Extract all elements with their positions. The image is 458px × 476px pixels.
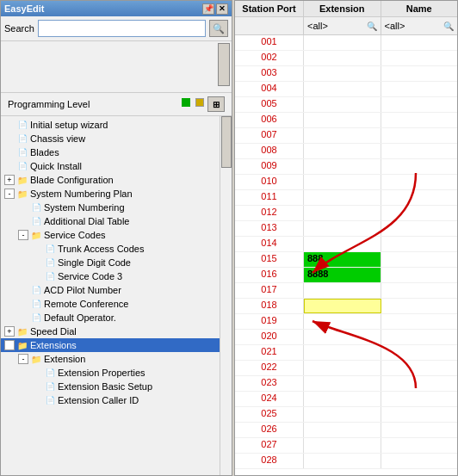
tree-item-additional-dial[interactable]: 📄Additional Dial Table [1,214,220,228]
cell-extension[interactable] [304,221,381,236]
table-row[interactable]: 006 [235,113,457,128]
tree-item-label: Extension [44,354,85,364]
filter-name-search[interactable]: 🔍 [442,19,455,33]
cell-extension[interactable]: 8888 [304,268,381,282]
tree-item-service-codes[interactable]: -📁Service Codes [1,228,220,242]
table-row[interactable]: 010 [235,175,457,190]
filter-ext-search[interactable]: 🔍 [365,19,379,33]
expand-icon[interactable]: + [4,326,15,337]
cell-extension[interactable] [304,113,381,127]
cell-extension[interactable] [304,283,381,298]
table-row[interactable]: 023 [235,376,457,392]
tree-scrollbar[interactable] [220,116,232,475]
table-row[interactable]: 028 [235,454,457,469]
cell-extension[interactable] [304,51,381,65]
table-row[interactable]: 011 [235,190,457,206]
tree-item-trunk-access[interactable]: 📄Trunk Access Codes [1,242,220,256]
table-row[interactable]: 024 [235,392,457,407]
table-row[interactable]: 0168888 [235,268,457,283]
search-input[interactable] [38,20,206,37]
table-row[interactable]: 015888 [235,252,457,268]
table-row[interactable]: 018 [235,299,457,314]
tree-item-system-numbering-plan[interactable]: -📁System Numbering Plan [1,187,220,201]
tree-scroll[interactable]: 📄Initial setup wizard📄Chassis view📄Blade… [1,116,220,475]
table-row[interactable]: 027 [235,438,457,454]
expand-icon[interactable]: + [4,175,15,185]
scrollbar-thumb[interactable] [218,43,230,86]
cell-extension[interactable] [304,330,381,344]
cell-extension[interactable] [304,376,381,391]
table-row[interactable]: 008 [235,144,457,159]
cell-name [381,392,458,406]
cell-extension[interactable] [304,66,381,81]
tree-scrollbar-thumb[interactable] [221,116,232,168]
cell-extension[interactable]: 888 [304,252,381,267]
cell-name [381,237,458,251]
table-row[interactable]: 025 [235,407,457,423]
cell-extension[interactable] [304,407,381,422]
tree-item-extension-properties[interactable]: 📄Extension Properties [1,366,220,380]
table-row[interactable]: 005 [235,97,457,113]
cell-extension[interactable] [304,190,381,205]
cell-extension[interactable] [304,144,381,158]
tree-item-blade-config[interactable]: +📁Blade Configuration [1,173,220,187]
tree-item-remote-conf[interactable]: 📄Remote Conference [1,297,220,311]
tree-item-acd-pilot[interactable]: 📄ACD Pilot Number [1,283,220,297]
table-row[interactable]: 004 [235,82,457,97]
close-button[interactable]: ✕ [216,3,228,15]
expand-icon[interactable]: - [18,354,28,364]
tree-item-chassis-view[interactable]: 📄Chassis view [1,132,220,145]
cell-extension[interactable] [304,392,381,406]
pin-button[interactable]: 📌 [202,3,214,15]
cell-extension[interactable] [304,299,381,313]
data-area[interactable]: 0010020030040050060070080090100110120130… [235,35,457,475]
tree-item-speed-dial[interactable]: +📁Speed Dial [1,325,220,338]
cell-extension[interactable] [304,97,381,112]
table-row[interactable]: 021 [235,345,457,361]
cell-extension[interactable] [304,314,381,329]
table-row[interactable]: 026 [235,423,457,438]
search-button[interactable]: 🔍 [209,20,228,37]
cell-extension[interactable] [304,361,381,375]
expand-icon[interactable]: - [18,230,28,240]
cell-extension[interactable] [304,345,381,360]
cell-extension[interactable] [304,237,381,251]
tree-item-quick-install[interactable]: 📄Quick Install [1,159,220,173]
table-row[interactable]: 002 [235,51,457,66]
cell-extension[interactable] [304,128,381,143]
table-row[interactable]: 012 [235,206,457,221]
table-row[interactable]: 014 [235,237,457,252]
cell-extension[interactable] [304,454,381,468]
table-row[interactable]: 020 [235,330,457,345]
table-row[interactable]: 003 [235,66,457,82]
cell-extension[interactable] [304,438,381,453]
cell-extension[interactable] [304,175,381,189]
prog-icon-button[interactable]: ⊞ [207,96,225,112]
table-row[interactable]: 007 [235,128,457,144]
cell-extension[interactable] [304,206,381,220]
cell-extension[interactable] [304,35,381,50]
table-row[interactable]: 013 [235,221,457,237]
tree-item-single-digit[interactable]: 📄Single Digit Code [1,256,220,269]
table-row[interactable]: 001 [235,35,457,51]
table-row[interactable]: 019 [235,314,457,330]
tree-item-extension[interactable]: -📁Extension [1,352,220,366]
table-row[interactable]: 017 [235,283,457,299]
table-row[interactable]: 022 [235,361,457,376]
tree-item-extension-caller-id[interactable]: 📄Extension Caller ID [1,393,220,407]
cell-station: 028 [235,454,304,468]
table-row[interactable]: 009 [235,159,457,175]
tree-item-blades[interactable]: 📄Blades [1,145,220,159]
tree-item-extensions[interactable]: -📁Extensions [1,338,220,352]
tree-item-extension-basic-setup[interactable]: 📄Extension Basic Setup [1,380,220,393]
tree-item-initial-setup[interactable]: 📄Initial setup wizard [1,118,220,132]
cell-extension[interactable] [304,423,381,437]
cell-extension[interactable] [304,159,381,174]
cell-extension[interactable] [304,82,381,96]
expand-icon[interactable]: - [4,340,15,350]
expand-icon[interactable]: - [4,189,15,199]
tree-item-service-code-3[interactable]: 📄Service Code 3 [1,269,220,283]
page-icon: 📄 [44,257,56,269]
tree-item-default-operator[interactable]: 📄Default Operator. [1,311,220,325]
tree-item-system-numbering[interactable]: 📄System Numbering [1,201,220,214]
